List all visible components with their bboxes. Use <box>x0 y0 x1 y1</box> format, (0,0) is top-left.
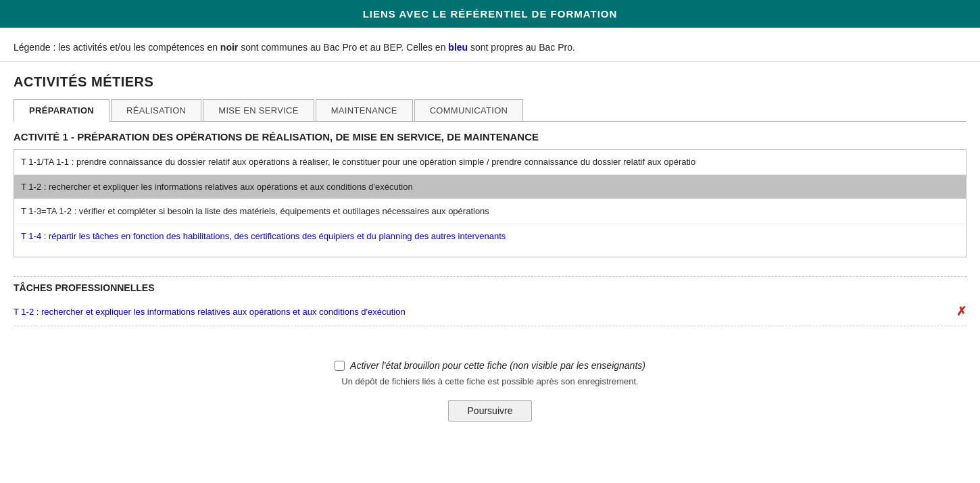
taches-title: TÂCHES PROFESSIONNELLES <box>14 276 966 297</box>
legend-section: Légende : les activités et/ou les compét… <box>0 28 980 62</box>
activites-title: ACTIVITÉS MÉTIERS <box>14 74 966 90</box>
task-item-highlighted[interactable]: T 1-2 : rechercher et expliquer les info… <box>14 175 966 200</box>
activity-header: ACTIVITÉ 1 - PRÉPARATION DES OPÉRATIONS … <box>14 131 966 143</box>
footer-section: Activer l'état brouillon pour cette fich… <box>0 340 980 435</box>
remove-tache-button[interactable]: ✗ <box>956 304 966 319</box>
tasks-box[interactable]: T 1-1/TA 1-1 : prendre connaissance du d… <box>14 149 966 257</box>
brouillon-checkbox[interactable] <box>335 361 345 371</box>
page-header: LIENS AVEC LE RÉFÉRENTIEL DE FORMATION <box>0 0 980 28</box>
task-text: T 1-4 : répartir les tâches en fonction … <box>21 231 506 241</box>
task-text: T 1-3=TA 1-2 : vérifier et compléter si … <box>21 206 489 216</box>
checkbox-row: Activer l'état brouillon pour cette fich… <box>14 360 966 371</box>
legend-blue-text: bleu <box>448 42 468 53</box>
task-text: T 1-2 : rechercher et expliquer les info… <box>21 182 413 192</box>
legend-text-after: sont propres au Bac Pro. <box>468 42 575 53</box>
footer-hint: Un dépôt de fichiers liés à cette fiche … <box>14 376 966 386</box>
task-text: T 1-1/TA 1-1 : prendre connaissance du d… <box>21 157 695 167</box>
task-item-blue[interactable]: T 1-4 : répartir les tâches en fonction … <box>14 224 966 249</box>
legend-text-before: Légende : les activités et/ou les compét… <box>14 42 220 53</box>
header-title: LIENS AVEC LE RÉFÉRENTIEL DE FORMATION <box>363 8 618 20</box>
tab-realisation[interactable]: RÉALISATION <box>111 99 201 121</box>
poursuivre-button[interactable]: Poursuivre <box>448 400 533 422</box>
legend-bold: noir <box>220 42 238 53</box>
activites-section: ACTIVITÉS MÉTIERS PRÉPARATION RÉALISATIO… <box>0 62 980 276</box>
taches-section: TÂCHES PROFESSIONNELLES T 1-2 : recherch… <box>0 276 980 340</box>
task-item[interactable]: T 1-3=TA 1-2 : vérifier et compléter si … <box>14 199 966 224</box>
tabs-row: PRÉPARATION RÉALISATION MISE EN SERVICE … <box>14 99 966 122</box>
tache-text: T 1-2 : rechercher et expliquer les info… <box>14 307 950 317</box>
checkbox-label: Activer l'état brouillon pour cette fich… <box>350 360 645 371</box>
legend-text-middle: sont communes au Bac Pro et au BEP. Cell… <box>238 42 448 53</box>
tab-preparation[interactable]: PRÉPARATION <box>14 99 109 122</box>
tab-maintenance[interactable]: MAINTENANCE <box>316 99 413 121</box>
tache-row: T 1-2 : rechercher et expliquer les info… <box>14 297 966 326</box>
tab-mise-en-service[interactable]: MISE EN SERVICE <box>203 99 314 121</box>
task-item[interactable]: T 1-1/TA 1-1 : prendre connaissance du d… <box>14 150 966 175</box>
tab-communication[interactable]: COMMUNICATION <box>414 99 524 121</box>
